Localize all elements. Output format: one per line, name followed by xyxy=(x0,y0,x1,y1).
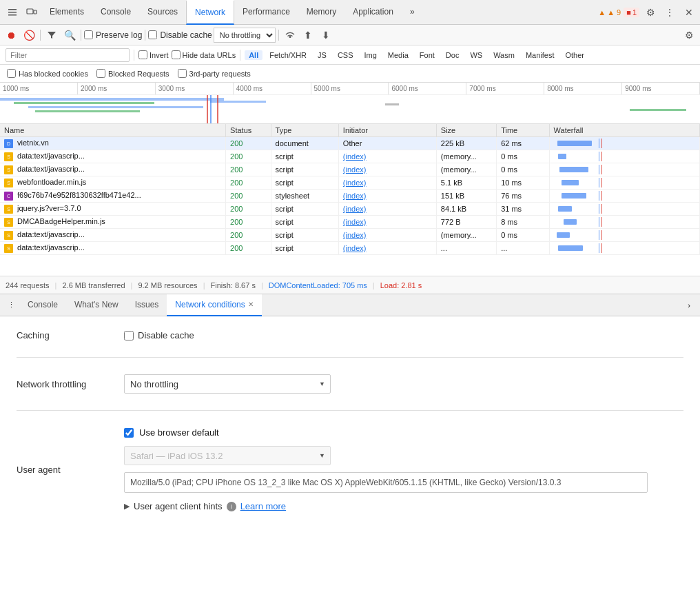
close-network-conditions-button[interactable]: ✕ xyxy=(248,301,254,308)
bottom-panel-more-icon[interactable]: › xyxy=(681,294,697,316)
invert-checkbox[interactable] xyxy=(138,50,147,59)
col-status[interactable]: Status xyxy=(226,124,271,137)
warnings-badge[interactable]: ▲ ▲ 9 xyxy=(598,8,621,17)
disable-cache-control-label[interactable]: Disable cache xyxy=(124,330,194,340)
col-type[interactable]: Type xyxy=(271,124,338,137)
ua-hints-info-icon[interactable]: i xyxy=(227,502,236,511)
cell-initiator: Other xyxy=(338,137,436,150)
third-party-checkbox[interactable] xyxy=(178,69,187,78)
timeline-bar-7 xyxy=(630,109,686,111)
cell-status: 200 xyxy=(226,150,271,163)
bottom-tab-network-conditions[interactable]: Network conditions ✕ xyxy=(167,294,261,316)
filter-type-ws[interactable]: WS xyxy=(466,50,486,60)
col-size[interactable]: Size xyxy=(436,124,496,137)
filter-type-font[interactable]: Font xyxy=(415,50,439,60)
table-row[interactable]: S data:text/javascrip... 200script(index… xyxy=(0,150,700,163)
filter-type-js[interactable]: JS xyxy=(313,50,331,60)
blocked-cookies-checkbox[interactable] xyxy=(7,69,16,78)
throttle-dropdown-wrap[interactable]: No throttling Fast 3G Slow 3G Offline xyxy=(124,374,331,394)
bottom-tab-issues[interactable]: Issues xyxy=(127,294,167,316)
blocked-requests-checkbox[interactable] xyxy=(96,69,105,78)
filter-type-manifest[interactable]: Manifest xyxy=(522,50,559,60)
tab-elements[interactable]: Elements xyxy=(41,0,92,25)
filter-type-img[interactable]: Img xyxy=(360,50,381,60)
ua-select[interactable]: Safari — iPad iOS 13.2 xyxy=(124,446,331,465)
device-toolbar-icon[interactable] xyxy=(22,0,41,25)
bottom-tab-whatsnew[interactable]: What's New xyxy=(66,294,127,316)
col-initiator[interactable]: Initiator xyxy=(338,124,436,137)
filter-button[interactable] xyxy=(43,27,60,43)
network-table-container[interactable]: Name Status Type Initiator Size Time Wat… xyxy=(0,124,700,276)
tick-9000: 9000 ms xyxy=(622,83,700,94)
ua-select-wrap[interactable]: Safari — iPad iOS 13.2 xyxy=(124,446,331,465)
tab-console[interactable]: Console xyxy=(92,0,139,25)
col-time[interactable]: Time xyxy=(497,124,549,137)
cell-size: (memory... xyxy=(436,229,496,242)
table-row[interactable]: S webfontloader.min.js 200script(index)5… xyxy=(0,176,700,190)
status-transferred: 2.6 MB transferred xyxy=(62,281,125,289)
devtools-menu-icon[interactable] xyxy=(3,0,22,25)
tab-memory[interactable]: Memory xyxy=(298,0,344,25)
settings-icon[interactable]: ⚙ xyxy=(642,4,659,21)
learn-more-link[interactable]: Learn more xyxy=(240,501,286,511)
wifi-conditions-button[interactable] xyxy=(282,27,298,43)
col-name[interactable]: Name xyxy=(0,124,226,137)
search-button[interactable]: 🔍 xyxy=(61,27,78,43)
bottom-menu-icon[interactable]: ⋮ xyxy=(3,294,19,316)
network-settings-button[interactable]: ⚙ xyxy=(681,27,697,43)
checkbox-bar: Has blocked cookies Blocked Requests 3rd… xyxy=(0,65,700,83)
blocked-requests-label[interactable]: Blocked Requests xyxy=(96,69,169,78)
table-row[interactable]: D vietnix.vn 200documentOther225 kB62 ms xyxy=(0,137,700,150)
close-icon[interactable]: ✕ xyxy=(681,4,697,21)
disable-cache-checkbox-label[interactable]: Disable cache xyxy=(148,30,212,40)
filter-type-doc[interactable]: Doc xyxy=(442,50,464,60)
preserve-log-checkbox[interactable] xyxy=(84,30,93,39)
tab-performance[interactable]: Performance xyxy=(234,0,298,25)
throttle-select[interactable]: No throttling Fast 3G Slow 3G Offline xyxy=(214,28,276,43)
export-button[interactable]: ⬇ xyxy=(318,27,334,43)
tab-application[interactable]: Application xyxy=(344,0,402,25)
cell-initiator: (index) xyxy=(338,216,436,229)
errors-badge[interactable]: ■ 1 xyxy=(624,8,639,17)
filter-type-other[interactable]: Other xyxy=(561,50,588,60)
hide-data-urls-label[interactable]: Hide data URLs xyxy=(172,50,236,59)
use-browser-default-checkbox[interactable] xyxy=(124,428,134,438)
filter-type-wasm[interactable]: Wasm xyxy=(489,50,519,60)
tab-sources[interactable]: Sources xyxy=(139,0,186,25)
filter-type-css[interactable]: CSS xyxy=(333,50,358,60)
network-conditions-panel: Caching Disable cache Network throttling… xyxy=(0,316,700,525)
ua-hints-collapse-icon[interactable]: ▶ xyxy=(124,502,130,511)
disable-cache-control-checkbox[interactable] xyxy=(124,331,134,340)
record-button[interactable]: ⏺ xyxy=(3,27,19,43)
kebab-menu-icon[interactable]: ⋮ xyxy=(661,4,678,21)
filter-type-fetchxhr[interactable]: Fetch/XHR xyxy=(265,50,311,60)
disable-cache-checkbox[interactable] xyxy=(148,30,157,39)
col-waterfall[interactable]: Waterfall xyxy=(549,124,699,137)
filter-type-all[interactable]: All xyxy=(245,50,262,60)
table-row[interactable]: S data:text/javascrip... 200script(index… xyxy=(0,163,700,176)
top-tab-bar: Elements Console Sources Network Perform… xyxy=(0,0,700,25)
table-row[interactable]: S DMCABadgeHelper.min.js 200script(index… xyxy=(0,216,700,229)
invert-label[interactable]: Invert xyxy=(138,50,169,59)
ua-string-input[interactable] xyxy=(124,472,648,493)
table-row[interactable]: S data:text/javascrip... 200script(index… xyxy=(0,229,700,242)
throttle-dropdown[interactable]: No throttling Fast 3G Slow 3G Offline xyxy=(124,374,331,394)
table-row[interactable]: S data:text/javascrip... 200script(index… xyxy=(0,242,700,255)
hide-data-urls-checkbox[interactable] xyxy=(172,50,181,59)
preserve-log-checkbox-label[interactable]: Preserve log xyxy=(84,30,142,40)
timeline-bar-2 xyxy=(14,102,154,104)
blocked-cookies-label[interactable]: Has blocked cookies xyxy=(7,69,88,78)
table-row[interactable]: C f69c76b74e952f8130632ffb471e42... 200s… xyxy=(0,190,700,203)
filter-type-media[interactable]: Media xyxy=(384,50,413,60)
status-requests: 244 requests xyxy=(6,281,50,289)
tab-network[interactable]: Network xyxy=(186,0,234,25)
filter-input[interactable] xyxy=(6,48,130,62)
bottom-tab-console[interactable]: Console xyxy=(19,294,66,316)
table-row[interactable]: S jquery.js?ver=3.7.0 200script(index)84… xyxy=(0,203,700,216)
tab-more[interactable]: » xyxy=(402,0,423,25)
clear-button[interactable]: 🚫 xyxy=(21,27,37,43)
tick-8000: 8000 ms xyxy=(544,83,622,94)
third-party-label[interactable]: 3rd-party requests xyxy=(178,69,251,78)
import-button[interactable]: ⬆ xyxy=(300,27,316,43)
throttle-select-wrap[interactable]: No throttling Fast 3G Slow 3G Offline xyxy=(214,28,276,43)
